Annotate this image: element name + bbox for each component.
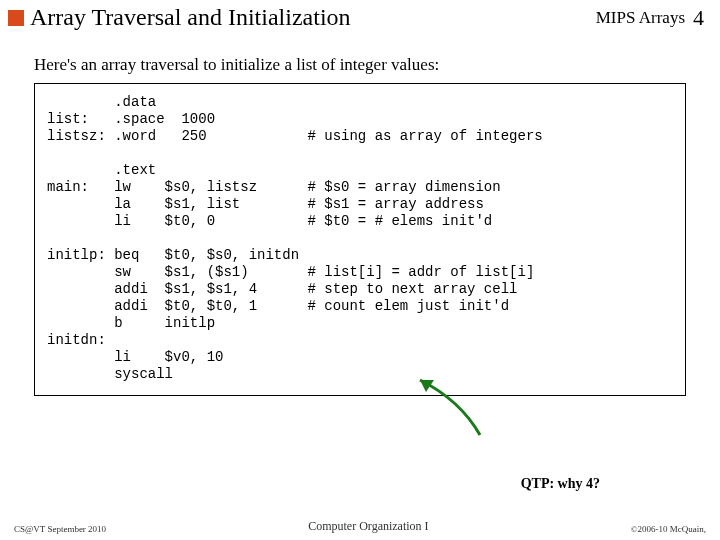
footer-right: ©2006-10 McQuain, [631,524,706,534]
footer-left: CS@VT September 2010 [14,524,106,534]
footer-center: Computer Organization I [308,519,428,534]
topic-label: MIPS Arrays [596,8,685,28]
page-number: 4 [693,5,704,31]
slide-title: Array Traversal and Initialization [30,4,351,31]
footer: CS@VT September 2010 Computer Organizati… [0,519,720,534]
code-block: .data list: .space 1000 listsz: .word 25… [47,94,673,383]
accent-square [8,10,24,26]
qtp-note: QTP: why 4? [521,476,600,492]
code-box: .data list: .space 1000 listsz: .word 25… [34,83,686,396]
intro-text: Here's an array traversal to initialize … [34,55,720,75]
header-bar: Array Traversal and Initialization MIPS … [0,0,720,33]
